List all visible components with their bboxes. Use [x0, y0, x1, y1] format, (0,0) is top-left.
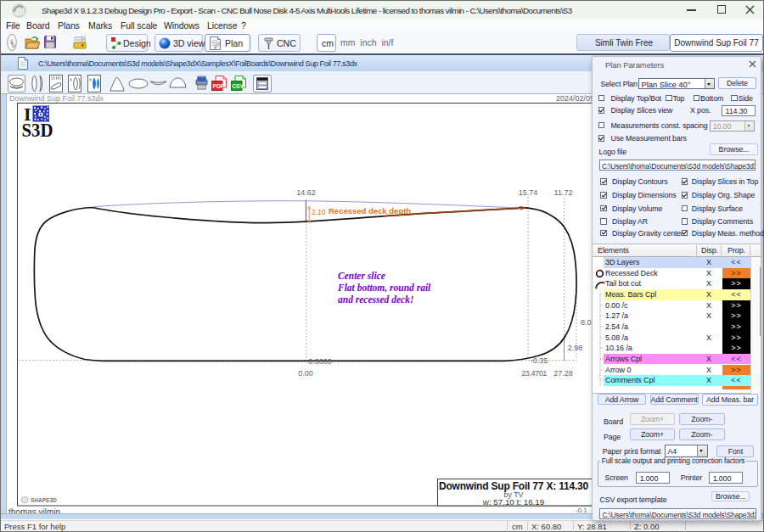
- svg-text:CSV: CSV: [232, 83, 244, 89]
- svg-text:PDF: PDF: [212, 83, 224, 89]
